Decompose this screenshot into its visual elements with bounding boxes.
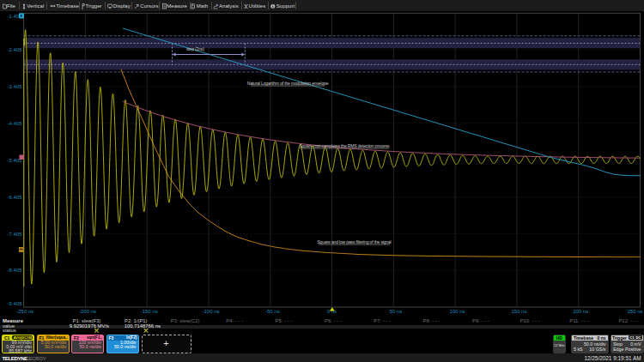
- svg-text:-3.405: -3.405: [7, 84, 22, 89]
- svg-text:-4.405: -4.405: [7, 121, 22, 126]
- svg-text:-9.405: -9.405: [7, 301, 22, 306]
- svg-text:250 ns: 250 ns: [627, 309, 642, 314]
- svg-text:-250 ns: -250 ns: [16, 309, 33, 314]
- svg-text:-50 ns: -50 ns: [265, 309, 280, 314]
- svg-text:-2.405: -2.405: [7, 47, 22, 52]
- svg-text:150 ns: 150 ns: [511, 309, 526, 314]
- svg-text:-150 ns: -150 ns: [141, 309, 158, 314]
- svg-text:100 ns: 100 ns: [450, 309, 465, 314]
- svg-text:-6.405: -6.405: [7, 195, 22, 200]
- svg-text:50 ns: 50 ns: [389, 309, 402, 314]
- svg-text:step (2ns): step (2ns): [186, 46, 204, 51]
- svg-text:Square and low pass filtering: Square and low pass filtering of the sig…: [317, 239, 391, 244]
- svg-text:-8.405: -8.405: [7, 268, 22, 273]
- svg-text:200 ns: 200 ns: [573, 309, 588, 314]
- svg-text:-200 ns: -200 ns: [79, 309, 96, 314]
- svg-text:Square root completes the RMS: Square root completes the RMS detection …: [300, 143, 390, 148]
- svg-text:-100 ns: -100 ns: [202, 309, 219, 314]
- svg-text:-7.405: -7.405: [7, 232, 22, 237]
- svg-text:Natural Logarithm of the modul: Natural Logarithm of the modulation enve…: [247, 81, 329, 86]
